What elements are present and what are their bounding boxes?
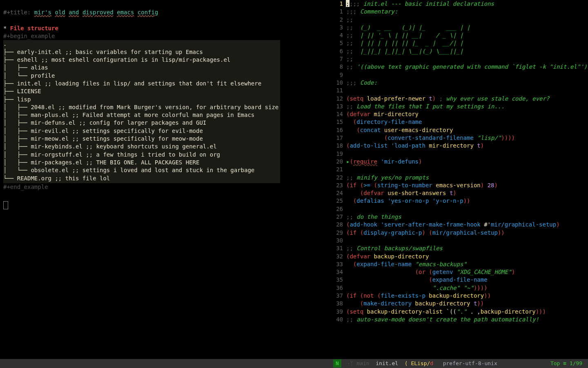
code-listing: 1;;;; init.el --- basic initial declarat…: [331, 0, 588, 323]
modeline-branch: -ᛘ main: [344, 359, 373, 367]
modeline-filename: init.el: [372, 359, 401, 367]
org-title: mir's old and disproved emacs config: [34, 9, 158, 16]
modeline-left: [0, 359, 331, 368]
org-begin-example: #+begin_example: [3, 33, 55, 39]
cursor-left: [3, 201, 8, 209]
left-buffer[interactable]: #+title: mir's old and disproved emacs c…: [0, 0, 331, 359]
modeline-position: Top ≡ 1/99: [547, 359, 586, 367]
modeline-row: N -ᛘ main init.el ⟨ ELisp/d prefer-utf-8…: [0, 359, 588, 368]
modeline-right: N -ᛘ main init.el ⟨ ELisp/d prefer-utf-8…: [331, 359, 588, 368]
org-heading: * File structure: [3, 25, 58, 31]
org-end-example: #+end_example: [3, 184, 48, 190]
modeline-evil-state: N: [333, 359, 341, 367]
file-tree-example: . ├── early-init.el ;; basic variables f…: [3, 40, 280, 183]
org-title-key: #+title:: [3, 9, 34, 16]
right-buffer[interactable]: 1;;;; init.el --- basic initial declarat…: [331, 0, 588, 359]
modeline-mode: ⟨ ELisp/d: [401, 359, 433, 367]
modeline-encoding: prefer-utf-8-unix: [433, 359, 500, 367]
